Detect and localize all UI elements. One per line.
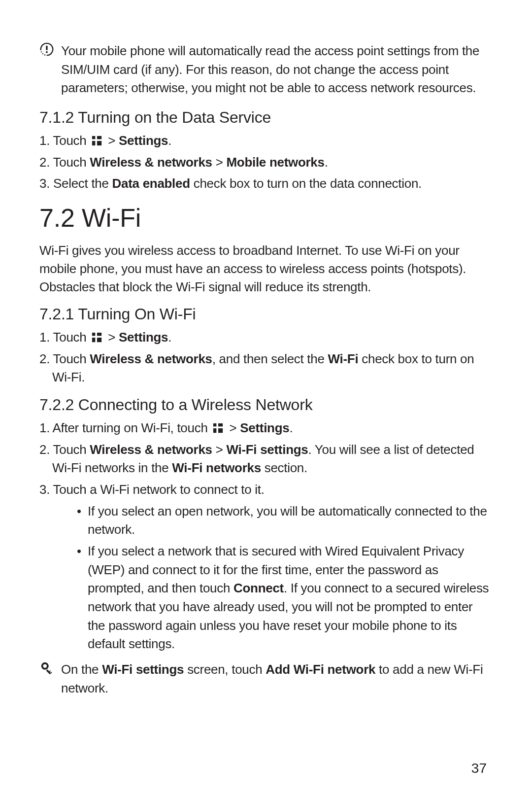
text: , and then select the — [212, 351, 328, 366]
svg-point-5 — [46, 51, 48, 53]
heading-7-2-2: 7.2.2 Connecting to a Wireless Network — [39, 396, 493, 414]
svg-rect-4 — [46, 46, 47, 50]
text: On the — [61, 662, 102, 677]
text: check box to turn on the data connection… — [190, 176, 422, 191]
text: 1. After turning on Wi-Fi, touch — [39, 420, 211, 435]
text: 2. Touch — [39, 155, 90, 170]
wifi-networks-label: Wi-Fi networks — [172, 460, 261, 475]
paragraph-7-2: Wi-Fi gives you wireless access to broad… — [39, 242, 493, 296]
list-item: If you select a network that is secured … — [77, 542, 493, 654]
text: . — [325, 155, 328, 170]
apps-icon — [213, 423, 224, 434]
wireless-networks-label: Wireless & networks — [90, 351, 212, 366]
mobile-networks-label: Mobile networks — [226, 155, 324, 170]
data-enabled-label: Data enabled — [112, 176, 190, 191]
text: If you select an open network, you will … — [88, 504, 487, 537]
caution-text: Your mobile phone will automatically rea… — [61, 42, 493, 98]
manual-page: Your mobile phone will automatically rea… — [0, 0, 532, 797]
settings-label: Settings — [119, 133, 168, 148]
settings-label: Settings — [240, 420, 289, 435]
apps-icon — [92, 136, 102, 146]
page-number: 37 — [471, 761, 487, 776]
heading-7-2: 7.2 Wi-Fi — [39, 203, 493, 233]
caution-icon — [39, 42, 54, 57]
wifi-label: Wi-Fi — [328, 351, 359, 366]
connect-label: Connect — [233, 581, 284, 595]
settings-label: Settings — [119, 330, 168, 345]
step-7-1-2-1: 1. Touch > Settings. — [39, 132, 493, 150]
step-7-2-2-1: 1. After turning on Wi-Fi, touch > Setti… — [39, 419, 493, 438]
wireless-networks-label: Wireless & networks — [90, 442, 212, 457]
heading-7-2-1: 7.2.1 Turning On Wi-Fi — [39, 305, 493, 323]
text: 3. Select the — [39, 176, 112, 191]
text: . — [168, 330, 171, 345]
step-7-1-2-2: 2. Touch Wireless & networks > Mobile ne… — [39, 153, 493, 172]
text: > — [212, 442, 227, 457]
step-7-2-2-3-sublist: If you select an open network, you will … — [39, 502, 493, 654]
svg-rect-8 — [46, 669, 51, 675]
list-item: If you select an open network, you will … — [77, 502, 493, 539]
text: 2. Touch — [39, 442, 90, 457]
text: section. — [261, 460, 307, 475]
wifi-settings-label: Wi-Fi settings — [102, 662, 184, 677]
text: 2. Touch — [39, 351, 90, 366]
tip-text: On the Wi-Fi settings screen, touch Add … — [61, 660, 493, 697]
search-tip-icon — [39, 660, 54, 675]
tip-note: On the Wi-Fi settings screen, touch Add … — [39, 660, 493, 697]
heading-7-1-2: 7.1.2 Turning on the Data Service — [39, 108, 493, 127]
step-7-2-2-3: 3. Touch a Wi-Fi network to connect to i… — [39, 481, 493, 499]
text: 1. Touch — [39, 133, 90, 148]
text: > — [226, 420, 240, 435]
step-7-2-1-1: 1. Touch > Settings. — [39, 328, 493, 347]
wifi-settings-label: Wi-Fi settings — [226, 442, 308, 457]
text: > — [212, 155, 227, 170]
apps-icon — [92, 332, 102, 343]
text: > — [104, 330, 119, 345]
text: 1. Touch — [39, 330, 90, 345]
text: > — [104, 133, 119, 148]
add-wifi-network-label: Add Wi-Fi network — [266, 662, 375, 677]
wireless-networks-label: Wireless & networks — [90, 155, 212, 170]
step-7-2-1-2: 2. Touch Wireless & networks, and then s… — [39, 350, 493, 387]
text: . — [289, 420, 293, 435]
svg-point-7 — [43, 664, 47, 668]
step-7-2-2-2: 2. Touch Wireless & networks > Wi-Fi set… — [39, 441, 493, 478]
caution-note: Your mobile phone will automatically rea… — [39, 42, 493, 98]
text: screen, touch — [184, 662, 266, 677]
step-7-1-2-3: 3. Select the Data enabled check box to … — [39, 174, 493, 193]
text: . — [168, 133, 171, 148]
